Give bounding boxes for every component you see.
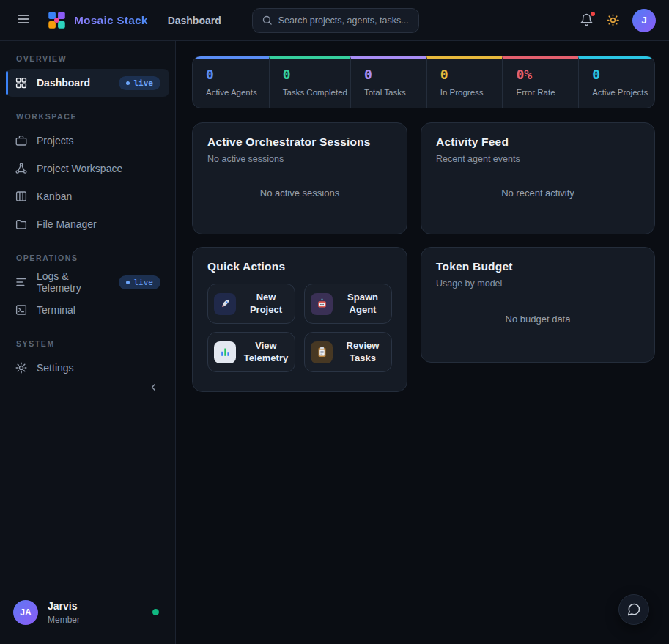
cards-grid: Active Orchestrator Sessions No active s… [192,122,655,392]
sidebar-item-kanban[interactable]: Kanban [6,182,169,210]
quick-actions-grid: New Project Spawn Agent [207,284,392,372]
section-label-system: SYSTEM [16,339,159,348]
user-avatar[interactable]: J [632,9,656,32]
avatar-initial: J [641,15,646,26]
card-subtitle: Usage by model [436,278,640,289]
robot-icon [311,293,333,315]
stats-row: 0 Active Agents 0 Tasks Completed 0 Tota… [192,56,655,108]
sun-icon [606,13,620,27]
sidebar-item-dashboard[interactable]: Dashboard live [6,69,169,97]
live-badge: live [119,76,161,90]
card-subtitle: Recent agent events [436,154,640,164]
stat-label: Active Agents [206,88,266,97]
stat-value: 0% [516,68,575,81]
search-icon [262,15,273,26]
grid-icon [15,76,28,89]
live-badge: live [119,275,161,289]
online-status-dot [152,609,159,615]
stat-error-rate: 0% Error Rate [502,56,578,108]
clipboard-icon [311,341,333,363]
stat-tasks-completed: 0 Tasks Completed [269,56,350,108]
sidebar-item-terminal[interactable]: Terminal [6,296,169,324]
search-box[interactable] [252,8,419,33]
section-label-overview: OVERVIEW [16,54,159,63]
chevron-left-icon [148,384,159,395]
view-telemetry-button[interactable]: View Telemetry [207,332,295,372]
stat-value: 0 [440,68,500,81]
main-content: 0 Active Agents 0 Tasks Completed 0 Tota… [176,41,669,644]
hamburger-icon [16,12,31,29]
card-title: Active Orchestrator Sessions [207,136,392,149]
empty-state-text: No recent activity [436,164,640,221]
section-label-operations: OPERATIONS [16,253,159,262]
app-logo-icon [47,10,67,30]
kanban-icon [15,190,28,203]
spawn-agent-button[interactable]: Spawn Agent [304,284,392,324]
user-name: Jarvis [48,600,80,612]
action-label: New Project [243,292,289,317]
app-title: Mosaic Stack [74,14,148,27]
search-input[interactable] [278,15,410,26]
rocket-icon [214,293,236,315]
folder-icon [15,218,28,231]
stat-label: Error Rate [516,88,575,97]
chart-icon [214,341,236,363]
quick-actions-card: Quick Actions New Project [192,247,407,392]
sidebar-user-panel[interactable]: JA Jarvis Member [0,580,175,644]
action-label: View Telemetry [243,340,289,365]
empty-state-text: No budget data [436,289,640,349]
sidebar-item-label: Dashboard [37,77,90,89]
sidebar-item-label: Settings [37,362,74,374]
stat-label: Tasks Completed [283,88,347,97]
stat-active-agents: 0 Active Agents [193,56,269,108]
sidebar-item-projects[interactable]: Projects [6,127,169,155]
stat-value: 0 [592,68,651,81]
stat-value: 0 [206,68,266,81]
card-subtitle: No active sessions [207,154,392,164]
stat-total-tasks: 0 Total Tasks [350,56,426,108]
sidebar-item-settings[interactable]: Settings [6,354,169,382]
review-tasks-button[interactable]: Review Tasks [304,332,392,372]
notifications-button[interactable] [580,13,594,27]
avatar-initials: JA [20,607,31,618]
user-role: Member [48,615,80,625]
settings-icon [15,361,28,374]
topbar-actions: J [580,9,656,32]
theme-toggle-button[interactable] [606,13,620,27]
empty-state-text: No active sessions [207,164,392,221]
briefcase-icon [15,134,28,147]
stat-value: 0 [364,68,424,81]
stat-active-projects: 0 Active Projects [578,56,654,108]
card-title: Token Budget [436,260,640,273]
sidebar-item-label: Logs & Telemetry [37,270,110,294]
section-label-workspace: WORKSPACE [16,112,159,121]
user-avatar-small: JA [13,600,38,625]
token-budget-card: Token Budget Usage by model No budget da… [421,247,655,363]
sidebar-item-label: Project Workspace [37,163,122,174]
stat-label: Active Projects [592,88,651,97]
sidebar-collapse-button[interactable] [148,382,159,395]
notification-dot [591,12,595,16]
top-bar: Mosaic Stack Dashboard J [0,0,669,41]
sidebar-item-file-manager[interactable]: File Manager [6,210,169,238]
menu-toggle-button[interactable] [12,7,35,33]
chat-bubble-icon [627,602,641,617]
sidebar-item-label: Projects [37,135,74,147]
sidebar-item-logs-telemetry[interactable]: Logs & Telemetry live [6,268,169,296]
card-title: Activity Feed [436,136,640,149]
stat-label: Total Tasks [364,88,424,97]
new-project-button[interactable]: New Project [207,284,295,324]
sidebar-item-label: Terminal [37,304,75,316]
stat-in-progress: 0 In Progress [426,56,503,108]
sidebar-item-label: File Manager [37,218,97,230]
sessions-card: Active Orchestrator Sessions No active s… [192,122,407,234]
sidebar: OVERVIEW Dashboard live WORKSPACE Projec… [0,41,176,644]
sidebar-item-project-workspace[interactable]: Project Workspace [6,155,169,182]
logs-icon [15,275,28,289]
breadcrumb: Dashboard [168,15,221,26]
chat-button[interactable] [618,594,649,625]
action-label: Review Tasks [340,340,385,365]
network-icon [15,162,28,175]
stat-label: In Progress [440,88,500,97]
card-title: Quick Actions [207,260,392,273]
